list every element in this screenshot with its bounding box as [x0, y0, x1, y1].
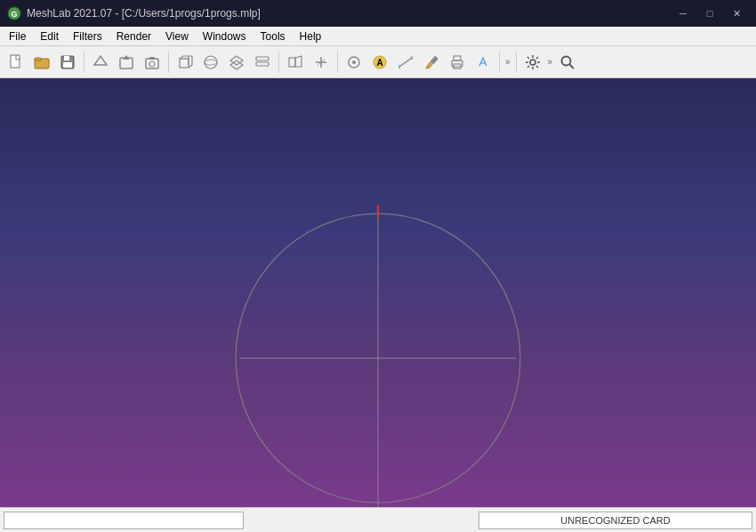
svg-marker-8 [94, 56, 107, 65]
toolbar-sep-2 [168, 52, 169, 73]
menu-bar: File Edit Filters Render View Windows To… [0, 27, 756, 46]
maximize-button[interactable]: □ [697, 3, 722, 24]
menu-render[interactable]: Render [109, 27, 158, 45]
svg-point-18 [205, 60, 217, 65]
layer2-button[interactable] [250, 50, 275, 75]
svg-point-17 [205, 56, 217, 69]
svg-line-45 [527, 57, 529, 59]
svg-line-32 [399, 58, 412, 67]
paint2-button[interactable] [470, 50, 495, 75]
app-icon: G [7, 6, 21, 20]
axes-button[interactable] [309, 50, 334, 75]
snapshot-button[interactable] [140, 50, 165, 75]
svg-rect-23 [289, 58, 295, 67]
save-button[interactable] [55, 50, 80, 75]
title-bar: G MeshLab 2021.07 - [C:/Users/1progs/1pr… [0, 0, 756, 27]
svg-line-48 [527, 66, 529, 68]
svg-line-46 [536, 66, 538, 68]
menu-windows[interactable]: Windows [196, 27, 253, 45]
toolbar-more-2[interactable]: » [546, 57, 555, 67]
svg-rect-2 [11, 55, 20, 68]
viewport[interactable] [0, 78, 756, 507]
export-mesh-button[interactable] [114, 50, 139, 75]
svg-rect-22 [256, 62, 269, 66]
svg-point-40 [530, 60, 535, 65]
menu-help[interactable]: Help [293, 27, 329, 45]
paint-button[interactable] [419, 50, 444, 75]
svg-rect-37 [454, 56, 461, 60]
menu-filters[interactable]: Filters [66, 27, 109, 45]
new-button[interactable] [4, 50, 28, 75]
svg-line-50 [570, 64, 575, 69]
status-bar: UNRECOGNIZED CARD [0, 507, 756, 532]
status-left-field [4, 512, 244, 529]
rotate-button[interactable] [342, 50, 366, 75]
svg-line-47 [536, 57, 538, 59]
window-controls: ─ □ ✕ [671, 3, 749, 24]
svg-rect-21 [256, 57, 269, 60]
measure-button[interactable] [393, 50, 418, 75]
status-right-field: UNRECOGNIZED CARD [479, 512, 752, 529]
svg-rect-4 [35, 58, 41, 60]
toolbar-sep-6 [516, 52, 517, 73]
menu-tools[interactable]: Tools [253, 27, 293, 45]
cube-button[interactable] [173, 50, 197, 75]
svg-point-12 [149, 61, 155, 67]
label-button[interactable]: A [367, 50, 392, 75]
svg-text:G: G [11, 10, 17, 19]
svg-text:A: A [376, 58, 382, 68]
menu-edit[interactable]: Edit [33, 27, 66, 45]
svg-rect-6 [64, 56, 69, 60]
svg-point-29 [352, 60, 356, 64]
svg-marker-24 [295, 56, 302, 67]
toolbar: A » » [0, 46, 756, 78]
scene-canvas [0, 78, 756, 507]
menu-view[interactable]: View [158, 27, 196, 45]
sphere-button[interactable] [198, 50, 223, 75]
svg-rect-14 [180, 59, 189, 68]
window-title: MeshLab 2021.07 - [C:/Users/1progs/1prog… [27, 7, 671, 20]
menu-file[interactable]: File [2, 27, 33, 45]
svg-point-49 [562, 56, 571, 65]
close-button[interactable]: ✕ [724, 3, 749, 24]
toolbar-more-1[interactable]: » [503, 57, 512, 67]
settings-button[interactable] [520, 50, 545, 75]
toolbar-sep-3 [278, 52, 279, 73]
open-button[interactable] [29, 50, 54, 75]
printer-button[interactable] [445, 50, 470, 75]
import-mesh-button[interactable] [88, 50, 113, 75]
unrecognized-card-label: UNRECOGNIZED CARD [560, 515, 670, 526]
svg-rect-7 [63, 62, 72, 68]
view3d-button[interactable] [283, 50, 308, 75]
toolbar-sep-5 [499, 52, 500, 73]
svg-rect-13 [149, 57, 155, 60]
toolbar-sep-1 [84, 52, 84, 73]
search-button[interactable] [555, 50, 580, 75]
minimize-button[interactable]: ─ [671, 3, 696, 24]
toolbar-sep-4 [337, 52, 338, 73]
layer-button[interactable] [224, 50, 249, 75]
